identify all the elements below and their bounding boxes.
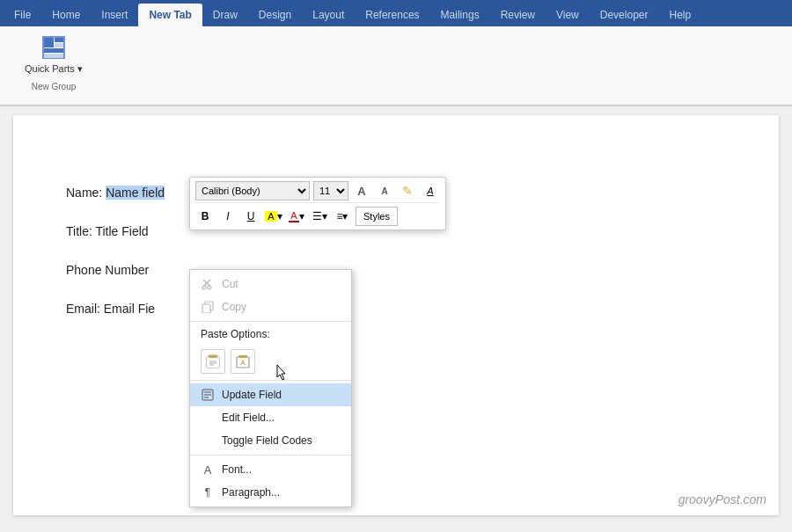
mouse-cursor	[275, 363, 286, 379]
phone-label: Phone Number	[66, 263, 149, 277]
paste-special-button[interactable]: A	[231, 349, 255, 374]
cut-label: Cut	[222, 278, 238, 290]
font-select[interactable]: Calibri (Body)	[195, 181, 310, 200]
highlight-button[interactable]: A▾	[264, 207, 283, 226]
svg-rect-21	[238, 355, 247, 358]
paragraph-label: Paragraph...	[222, 486, 280, 499]
tab-design[interactable]: Design	[248, 4, 302, 26]
tab-bar: File Home Insert New Tab Draw Design Lay…	[0, 0, 792, 26]
name-field: Name field	[106, 186, 165, 200]
copy-icon	[201, 300, 215, 314]
doc-content: Name: Name field Title: Title Field Phon…	[13, 115, 779, 367]
toggle-codes-icon	[201, 434, 215, 448]
ribbon-content: Quick Parts ▾ New Group	[0, 26, 792, 106]
tab-draw[interactable]: Draw	[202, 4, 248, 26]
update-field-label: Update Field	[222, 389, 282, 401]
title-field: Title Field	[95, 224, 148, 238]
svg-text:A: A	[240, 359, 246, 367]
toggle-codes-label: Toggle Field Codes	[222, 434, 312, 447]
doc-line-phone: Phone Number	[66, 263, 726, 277]
edit-field-icon	[201, 411, 215, 425]
quick-parts-icon	[40, 33, 68, 62]
tab-mailings[interactable]: Mailings	[430, 4, 490, 26]
tab-insert[interactable]: Insert	[91, 4, 138, 26]
italic-button[interactable]: I	[218, 207, 238, 226]
edit-field-menu-item[interactable]: Edit Field...	[190, 406, 351, 429]
svg-rect-4	[44, 48, 63, 53]
update-field-menu-item[interactable]: Update Field	[190, 383, 351, 406]
font-color-button[interactable]: A▾	[287, 207, 306, 226]
tab-new-tab[interactable]: New Tab	[138, 4, 202, 26]
svg-rect-15	[209, 355, 217, 358]
size-select[interactable]: 11	[313, 181, 348, 200]
underline-button[interactable]: U	[241, 207, 260, 226]
separator-2	[190, 380, 351, 381]
quick-parts-button[interactable]: Quick Parts ▾	[18, 30, 90, 78]
numbering-button[interactable]: ≡▾	[333, 207, 352, 226]
tab-review[interactable]: Review	[490, 4, 546, 26]
ribbon: Quick Parts ▾ New Group	[0, 26, 792, 106]
float-toolbar: Calibri (Body) 11 A A ✎ A B I U A▾ A▾ ☰▾…	[189, 177, 446, 230]
separator-3	[190, 455, 351, 455]
tab-home[interactable]: Home	[41, 4, 91, 26]
cut-icon	[201, 277, 215, 291]
update-field-icon	[201, 388, 215, 402]
paragraph-menu-item[interactable]: ¶ Paragraph...	[190, 481, 351, 504]
copy-menu-item[interactable]: Copy	[190, 295, 351, 318]
paste-icons: A	[201, 349, 255, 374]
format-painter-button[interactable]: ✎	[398, 181, 417, 200]
grow-font-button[interactable]: A	[352, 181, 371, 200]
edit-field-label: Edit Field...	[222, 412, 275, 424]
font-icon: A	[201, 463, 215, 477]
tab-file[interactable]: File	[4, 4, 41, 26]
svg-rect-11	[202, 304, 210, 313]
title-label: Title:	[66, 224, 95, 238]
email-label: Email: Email Fie	[66, 302, 155, 316]
shrink-font-button[interactable]: A	[375, 181, 394, 200]
svg-rect-14	[207, 357, 219, 368]
tab-references[interactable]: References	[355, 4, 429, 26]
tab-developer[interactable]: Developer	[590, 4, 659, 26]
toolbar-row2: B I U A▾ A▾ ☰▾ ≡▾ Styles	[195, 202, 440, 226]
font-label: Font...	[222, 463, 252, 476]
cut-menu-item[interactable]: Cut	[190, 273, 351, 295]
svg-rect-1	[44, 38, 54, 47]
styles-button[interactable]: Styles	[356, 207, 398, 226]
paste-options-row: Paste Options:	[190, 324, 351, 344]
toolbar-row1: Calibri (Body) 11 A A ✎ A	[195, 181, 440, 200]
paste-icons-row: A	[190, 344, 351, 377]
document-area: Name: Name field Title: Title Field Phon…	[13, 115, 779, 515]
svg-rect-5	[44, 54, 63, 58]
context-menu: Cut Copy Paste Options:	[189, 269, 352, 507]
quick-parts-group: Quick Parts ▾ New Group	[7, 30, 100, 91]
tab-help[interactable]: Help	[658, 4, 701, 26]
quick-parts-label: Quick Parts ▾	[25, 63, 83, 75]
new-group-label: New Group	[32, 82, 77, 91]
clear-format-button[interactable]: A	[421, 181, 440, 200]
paste-button[interactable]	[201, 349, 225, 374]
watermark: groovyPost.com	[678, 492, 766, 506]
name-label: Name:	[66, 186, 106, 200]
separator-1	[190, 321, 351, 322]
tab-layout[interactable]: Layout	[302, 4, 355, 26]
svg-rect-2	[55, 38, 63, 42]
doc-line-email: Email: Email Fie	[66, 302, 726, 316]
paragraph-icon: ¶	[201, 485, 215, 499]
tab-view[interactable]: View	[546, 4, 590, 26]
toggle-field-codes-menu-item[interactable]: Toggle Field Codes	[190, 429, 351, 452]
svg-rect-3	[55, 43, 63, 47]
font-menu-item[interactable]: A Font...	[190, 458, 351, 481]
bullets-button[interactable]: ☰▾	[310, 207, 329, 226]
paste-options-label: Paste Options:	[201, 328, 270, 340]
copy-label: Copy	[222, 301, 246, 313]
bold-button[interactable]: B	[195, 207, 215, 226]
